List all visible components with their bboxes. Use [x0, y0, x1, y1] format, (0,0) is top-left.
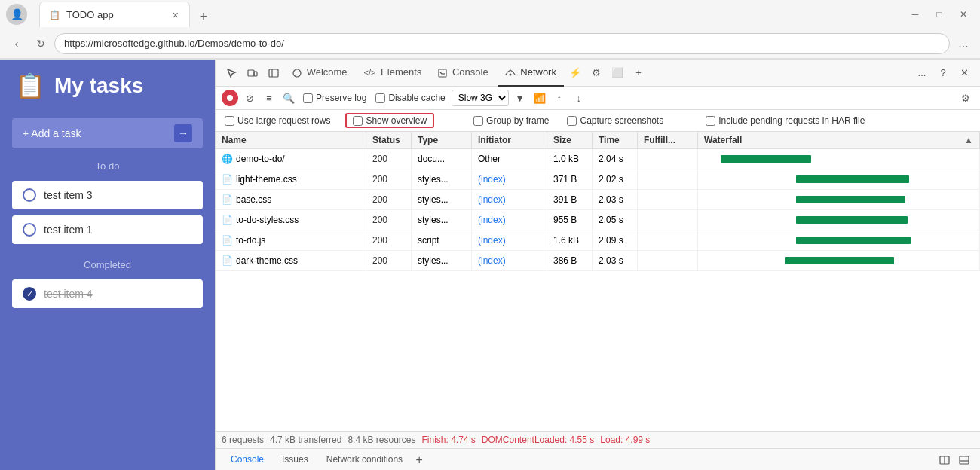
initiator-link-5[interactable]: (index) — [478, 235, 506, 246]
list-item[interactable]: test item 3 — [12, 181, 203, 209]
cell-type-4: styles... — [412, 210, 472, 230]
waterfall-bar-5 — [796, 237, 911, 244]
download-button[interactable]: ↓ — [571, 90, 587, 106]
resources-size: 8.4 kB resources — [348, 435, 415, 445]
group-by-frame-label: Group by frame — [486, 115, 549, 126]
tab-network-label: Network — [520, 66, 556, 78]
back-button[interactable]: ‹ — [6, 33, 27, 54]
todo-header: 📋 My tasks — [0, 60, 215, 112]
list-item[interactable]: ✓ test item 4 — [12, 279, 203, 308]
task-checkbox-1[interactable] — [23, 188, 36, 202]
bottom-tab-network-conditions[interactable]: Network conditions — [317, 449, 412, 471]
large-rows-label: Use large request rows — [237, 115, 330, 126]
waterfall-bar-1 — [721, 155, 811, 163]
network-conditions-button[interactable]: 📶 — [531, 90, 548, 106]
task-checkbox-3[interactable]: ✓ — [23, 287, 36, 301]
cell-status-2: 200 — [366, 169, 412, 189]
capture-screenshots-checkbox[interactable] — [567, 116, 577, 126]
add-bottom-tab-button[interactable]: + — [412, 453, 427, 468]
cell-name-2: 📄 light-theme.css — [216, 169, 366, 189]
group-by-frame-option[interactable]: Group by frame — [473, 115, 549, 126]
bottom-tabs: Console Issues Network conditions + — [216, 448, 980, 470]
active-tab[interactable]: 📋 TODO app × — [39, 2, 190, 27]
initiator-link-2[interactable]: (index) — [478, 174, 506, 185]
record-button[interactable] — [222, 90, 238, 106]
table-row[interactable]: 📄 base.css 200 styles... (index) 391 B 2… — [216, 190, 980, 210]
dock-button[interactable] — [935, 450, 954, 470]
network-settings-button[interactable]: ⚙ — [957, 90, 974, 106]
tab-network[interactable]: Network — [498, 60, 564, 87]
more-tabs-button[interactable]: + — [629, 63, 648, 83]
preserve-log-option[interactable]: Preserve log — [303, 93, 366, 103]
performance-icon-button[interactable]: ⚡ — [565, 63, 585, 83]
clear-button[interactable]: ⊘ — [241, 90, 258, 106]
disable-cache-option[interactable]: Disable cache — [375, 93, 445, 103]
task-text-2: test item 1 — [44, 224, 93, 236]
header-initiator: Initiator — [472, 132, 547, 148]
upload-button[interactable]: ↑ — [551, 90, 568, 106]
device-toolbar-button[interactable] — [243, 63, 262, 83]
cell-size-5: 1.6 kB — [547, 230, 593, 250]
add-task-button[interactable]: + Add a task → — [12, 118, 203, 148]
table-row[interactable]: 📄 to-do-styles.css 200 styles... (index)… — [216, 210, 980, 230]
requests-count: 6 requests — [222, 435, 264, 445]
browser-more-button[interactable]: ... — [953, 33, 974, 54]
table-row[interactable]: 📄 to-do.js 200 script (index) 1.6 kB 2.0… — [216, 230, 980, 251]
throttle-select[interactable]: Slow 3G — [452, 90, 509, 106]
disable-cache-checkbox[interactable] — [375, 93, 385, 103]
todo-app-icon: 📋 — [15, 72, 45, 100]
show-overview-checkbox[interactable] — [353, 116, 363, 126]
file-icon-5: 📄 — [222, 233, 233, 248]
sidebar-button[interactable] — [264, 63, 283, 83]
large-rows-option[interactable]: Use large request rows — [225, 115, 330, 126]
bottom-tab-issues[interactable]: Issues — [273, 449, 317, 471]
table-row[interactable]: 📄 dark-theme.css 200 styles... (index) 3… — [216, 251, 980, 271]
search-button[interactable]: 🔍 — [280, 90, 297, 106]
header-type: Type — [412, 132, 472, 148]
bottom-tab-console[interactable]: Console — [222, 449, 273, 471]
maximize-button[interactable]: □ — [929, 4, 950, 25]
layers-button[interactable]: ⬜ — [608, 63, 627, 83]
show-overview-option[interactable]: Show overview — [353, 115, 427, 126]
settings-button[interactable]: ⚙ — [586, 63, 606, 83]
throttle-dropdown-button[interactable]: ▼ — [512, 90, 528, 106]
include-pending-option[interactable]: Include pending requests in HAR file — [706, 115, 865, 126]
completed-section-label: Completed — [0, 253, 215, 276]
initiator-link-6[interactable]: (index) — [478, 255, 506, 266]
close-window-button[interactable]: ✕ — [953, 4, 974, 25]
task-checkbox-2[interactable] — [23, 223, 36, 237]
list-item[interactable]: test item 1 — [12, 215, 203, 244]
large-rows-checkbox[interactable] — [225, 116, 234, 126]
cell-time-5: 2.09 s — [593, 230, 638, 250]
table-row[interactable]: 🌐 demo-to-do/ 200 docu... Other 1.0 kB 2… — [216, 149, 980, 169]
inspect-element-button[interactable] — [222, 63, 241, 83]
include-pending-checkbox[interactable] — [706, 116, 715, 126]
initiator-link-3[interactable]: (index) — [478, 194, 506, 205]
new-tab-button[interactable]: + — [193, 6, 214, 27]
svg-rect-2 — [269, 69, 278, 77]
cell-initiator-2: (index) — [472, 169, 547, 189]
devtools-help-button[interactable]: ? — [933, 63, 953, 83]
devtools-close-button[interactable]: ✕ — [954, 63, 974, 83]
file-icon-6: 📄 — [222, 253, 233, 268]
refresh-button[interactable]: ↻ — [30, 33, 51, 54]
devtools-more-button[interactable]: ... — [912, 63, 932, 83]
preserve-log-checkbox[interactable] — [303, 93, 313, 103]
file-icon-2: 📄 — [222, 172, 233, 187]
header-name: Name — [216, 132, 366, 148]
tab-elements[interactable]: </> Elements — [357, 60, 430, 87]
capture-screenshots-option[interactable]: Capture screenshots — [567, 115, 663, 126]
cell-initiator-4: (index) — [472, 210, 547, 230]
tab-console[interactable]: Console — [430, 60, 495, 87]
filter-button[interactable]: ≡ — [261, 90, 277, 106]
initiator-link-4[interactable]: (index) — [478, 215, 506, 225]
cell-name-6: 📄 dark-theme.css — [216, 251, 366, 270]
cell-status-4: 200 — [366, 210, 412, 230]
group-by-frame-checkbox[interactable] — [473, 116, 483, 126]
table-row[interactable]: 📄 light-theme.css 200 styles... (index) … — [216, 169, 980, 190]
tab-close-button[interactable]: × — [171, 8, 180, 23]
minimize-button[interactable]: ─ — [905, 4, 926, 25]
undock-button[interactable] — [954, 450, 974, 470]
url-input[interactable] — [54, 33, 950, 54]
tab-welcome[interactable]: Welcome — [285, 60, 355, 87]
